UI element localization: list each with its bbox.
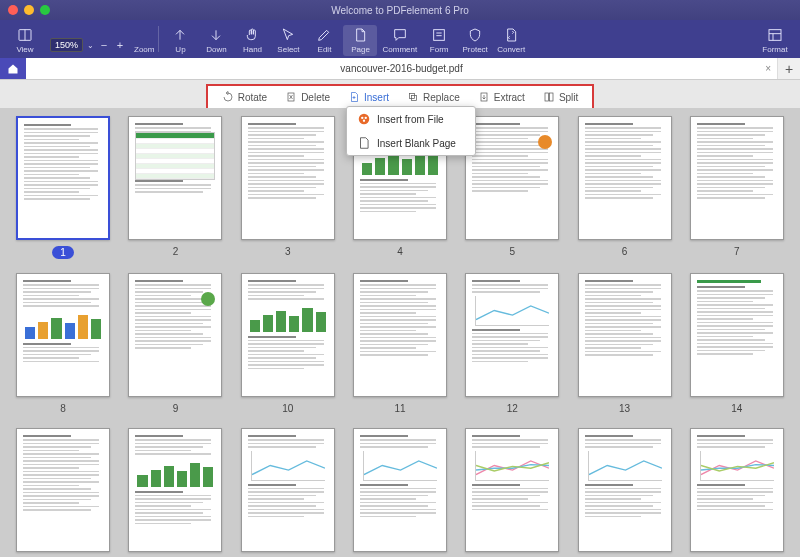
- document-tab-label: vancouver-2016-budget.pdf: [340, 63, 462, 74]
- page-thumbnail-image: [690, 273, 784, 397]
- page-thumbnail[interactable]: 6: [575, 116, 673, 259]
- page-thumbnail[interactable]: 18: [351, 428, 449, 557]
- main-toolbar: View 150% ⌄ − + Zoom Up Down Hand Select…: [0, 20, 800, 58]
- page-number: 12: [507, 403, 518, 414]
- tab-strip: vancouver-2016-budget.pdf × +: [0, 58, 800, 80]
- rotate-button[interactable]: Rotate: [214, 88, 275, 106]
- form-button[interactable]: Form: [422, 25, 456, 56]
- page-thumbnail[interactable]: 16: [126, 428, 224, 557]
- zoom-dropdown-icon[interactable]: ⌄: [87, 41, 94, 50]
- page-thumbnail-image: [578, 116, 672, 240]
- insert-from-file-label: Insert from File: [377, 114, 444, 125]
- page-thumbnail-image: [16, 273, 110, 397]
- page-thumbnail[interactable]: 17: [239, 428, 337, 557]
- page-thumbnail[interactable]: 12: [463, 273, 561, 414]
- svg-rect-17: [549, 93, 553, 101]
- protect-button[interactable]: Protect: [458, 25, 492, 56]
- zoom-label: Zoom: [134, 45, 154, 54]
- thumbnail-scroll[interactable]: 123456789101112131415161718192021: [0, 108, 800, 557]
- page-thumbnail-image: [241, 116, 335, 240]
- zoom-in-button[interactable]: +: [114, 39, 126, 51]
- page-number: 13: [619, 403, 630, 414]
- add-tab-button[interactable]: +: [778, 58, 800, 79]
- down-button[interactable]: Down: [199, 25, 233, 56]
- zoom-out-button[interactable]: −: [98, 39, 110, 51]
- page-thumbnail[interactable]: 15: [14, 428, 112, 557]
- svg-point-19: [361, 117, 363, 119]
- svg-rect-14: [412, 96, 417, 101]
- page-number: 6: [622, 246, 628, 257]
- format-button[interactable]: Format: [758, 25, 792, 56]
- page-thumbnail[interactable]: 8: [14, 273, 112, 414]
- insert-blank-page-item[interactable]: Insert Blank Page: [347, 131, 475, 155]
- document-tab[interactable]: vancouver-2016-budget.pdf ×: [26, 58, 778, 79]
- svg-point-20: [365, 117, 367, 119]
- page-thumbnail[interactable]: 2: [126, 116, 224, 259]
- insert-from-file-item[interactable]: Insert from File: [347, 107, 475, 131]
- page-thumbnail-image: [465, 116, 559, 240]
- minimize-icon[interactable]: [24, 5, 34, 15]
- page-number: 9: [173, 403, 179, 414]
- convert-button[interactable]: Convert: [494, 25, 528, 56]
- tab-close-icon[interactable]: ×: [765, 63, 771, 74]
- page-thumbnail[interactable]: 3: [239, 116, 337, 259]
- page-thumbnail-image: [578, 273, 672, 397]
- page-number: 8: [60, 403, 66, 414]
- page-thumbnail-image: [353, 273, 447, 397]
- blank-page-icon: [357, 136, 371, 150]
- window-title: Welcome to PDFelement 6 Pro: [0, 5, 800, 16]
- page-thumbnail[interactable]: 9: [126, 273, 224, 414]
- page-thumbnail-image: [16, 116, 110, 240]
- svg-point-18: [359, 114, 370, 125]
- view-button[interactable]: View: [8, 25, 42, 56]
- page-thumbnail-image: [128, 428, 222, 552]
- page-thumbnail-image: [353, 428, 447, 552]
- zoom-value[interactable]: 150%: [50, 38, 83, 52]
- page-number: 14: [731, 403, 742, 414]
- maximize-icon[interactable]: [40, 5, 50, 15]
- page-number: 11: [394, 403, 405, 414]
- zoom-group: 150% ⌄ − +: [50, 38, 126, 52]
- page-thumbnail[interactable]: 13: [575, 273, 673, 414]
- page-thumbnail-image: [16, 428, 110, 552]
- page-button[interactable]: Page: [343, 25, 377, 56]
- file-pdf-icon: [357, 112, 371, 126]
- page-thumbnail-image: [690, 116, 784, 240]
- page-thumbnail-image: [241, 428, 335, 552]
- page-number: 3: [285, 246, 291, 257]
- replace-button[interactable]: Replace: [399, 88, 468, 106]
- page-thumbnail[interactable]: 1: [14, 116, 112, 259]
- page-thumbnail-image: [690, 428, 784, 552]
- page-thumbnail[interactable]: 10: [239, 273, 337, 414]
- thumbnail-grid: 123456789101112131415161718192021: [14, 116, 786, 557]
- insert-button[interactable]: Insert: [340, 88, 397, 106]
- page-thumbnail[interactable]: 19: [463, 428, 561, 557]
- svg-rect-16: [545, 93, 549, 101]
- page-thumbnail[interactable]: 5: [463, 116, 561, 259]
- page-thumbnail[interactable]: 21: [688, 428, 786, 557]
- svg-rect-13: [410, 94, 415, 99]
- page-thumbnail[interactable]: 20: [575, 428, 673, 557]
- edit-button[interactable]: Edit: [307, 25, 341, 56]
- close-icon[interactable]: [8, 5, 18, 15]
- page-number: 2: [173, 246, 179, 257]
- split-button[interactable]: Split: [535, 88, 586, 106]
- home-tab[interactable]: [0, 58, 26, 79]
- page-thumbnail-image: [465, 273, 559, 397]
- select-button[interactable]: Select: [271, 25, 305, 56]
- page-thumbnail-image: [241, 273, 335, 397]
- page-thumbnail-image: [128, 116, 222, 240]
- page-thumbnail[interactable]: 11: [351, 273, 449, 414]
- svg-rect-5: [769, 30, 781, 41]
- page-number: 1: [52, 246, 74, 259]
- hand-button[interactable]: Hand: [235, 25, 269, 56]
- page-thumbnail[interactable]: 7: [688, 116, 786, 259]
- delete-button[interactable]: Delete: [277, 88, 338, 106]
- page-thumbnail-image: [578, 428, 672, 552]
- page-thumbnail-image: [128, 273, 222, 397]
- extract-button[interactable]: Extract: [470, 88, 533, 106]
- up-button[interactable]: Up: [163, 25, 197, 56]
- separator: [158, 26, 159, 52]
- comment-button[interactable]: Comment: [379, 25, 420, 56]
- page-thumbnail[interactable]: 14: [688, 273, 786, 414]
